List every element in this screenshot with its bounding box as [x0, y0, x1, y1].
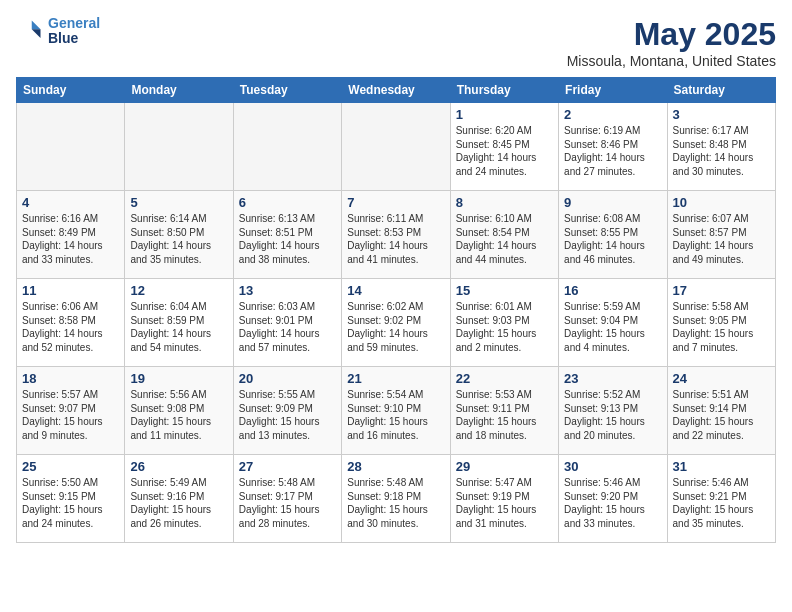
- day-number: 3: [673, 107, 770, 122]
- calendar-cell: 24Sunrise: 5:51 AM Sunset: 9:14 PM Dayli…: [667, 367, 775, 455]
- day-number: 29: [456, 459, 553, 474]
- calendar-cell: 2Sunrise: 6:19 AM Sunset: 8:46 PM Daylig…: [559, 103, 667, 191]
- day-number: 4: [22, 195, 119, 210]
- day-info: Sunrise: 5:49 AM Sunset: 9:16 PM Dayligh…: [130, 476, 227, 530]
- title-block: May 2025 Missoula, Montana, United State…: [567, 16, 776, 69]
- calendar-cell: 20Sunrise: 5:55 AM Sunset: 9:09 PM Dayli…: [233, 367, 341, 455]
- calendar-cell: 28Sunrise: 5:48 AM Sunset: 9:18 PM Dayli…: [342, 455, 450, 543]
- day-info: Sunrise: 5:54 AM Sunset: 9:10 PM Dayligh…: [347, 388, 444, 442]
- day-number: 17: [673, 283, 770, 298]
- calendar-cell: 11Sunrise: 6:06 AM Sunset: 8:58 PM Dayli…: [17, 279, 125, 367]
- day-info: Sunrise: 6:10 AM Sunset: 8:54 PM Dayligh…: [456, 212, 553, 266]
- day-number: 12: [130, 283, 227, 298]
- day-info: Sunrise: 6:20 AM Sunset: 8:45 PM Dayligh…: [456, 124, 553, 178]
- day-info: Sunrise: 5:52 AM Sunset: 9:13 PM Dayligh…: [564, 388, 661, 442]
- day-info: Sunrise: 6:11 AM Sunset: 8:53 PM Dayligh…: [347, 212, 444, 266]
- calendar-cell: 7Sunrise: 6:11 AM Sunset: 8:53 PM Daylig…: [342, 191, 450, 279]
- calendar-cell: 4Sunrise: 6:16 AM Sunset: 8:49 PM Daylig…: [17, 191, 125, 279]
- day-number: 28: [347, 459, 444, 474]
- day-number: 19: [130, 371, 227, 386]
- day-info: Sunrise: 5:48 AM Sunset: 9:17 PM Dayligh…: [239, 476, 336, 530]
- weekday-header-tuesday: Tuesday: [233, 78, 341, 103]
- svg-marker-0: [32, 21, 41, 30]
- day-number: 25: [22, 459, 119, 474]
- calendar-cell: [17, 103, 125, 191]
- day-info: Sunrise: 6:19 AM Sunset: 8:46 PM Dayligh…: [564, 124, 661, 178]
- day-info: Sunrise: 6:13 AM Sunset: 8:51 PM Dayligh…: [239, 212, 336, 266]
- calendar-cell: 14Sunrise: 6:02 AM Sunset: 9:02 PM Dayli…: [342, 279, 450, 367]
- day-info: Sunrise: 5:46 AM Sunset: 9:21 PM Dayligh…: [673, 476, 770, 530]
- page-header: General Blue May 2025 Missoula, Montana,…: [16, 16, 776, 69]
- calendar-week-5: 25Sunrise: 5:50 AM Sunset: 9:15 PM Dayli…: [17, 455, 776, 543]
- calendar-cell: 5Sunrise: 6:14 AM Sunset: 8:50 PM Daylig…: [125, 191, 233, 279]
- logo: General Blue: [16, 16, 100, 47]
- day-info: Sunrise: 5:59 AM Sunset: 9:04 PM Dayligh…: [564, 300, 661, 354]
- day-number: 10: [673, 195, 770, 210]
- calendar-cell: [125, 103, 233, 191]
- day-number: 30: [564, 459, 661, 474]
- day-number: 21: [347, 371, 444, 386]
- day-number: 18: [22, 371, 119, 386]
- day-info: Sunrise: 6:17 AM Sunset: 8:48 PM Dayligh…: [673, 124, 770, 178]
- day-info: Sunrise: 5:51 AM Sunset: 9:14 PM Dayligh…: [673, 388, 770, 442]
- calendar-cell: 9Sunrise: 6:08 AM Sunset: 8:55 PM Daylig…: [559, 191, 667, 279]
- day-info: Sunrise: 6:02 AM Sunset: 9:02 PM Dayligh…: [347, 300, 444, 354]
- day-number: 11: [22, 283, 119, 298]
- calendar-cell: 3Sunrise: 6:17 AM Sunset: 8:48 PM Daylig…: [667, 103, 775, 191]
- day-info: Sunrise: 5:47 AM Sunset: 9:19 PM Dayligh…: [456, 476, 553, 530]
- day-number: 24: [673, 371, 770, 386]
- calendar-cell: 18Sunrise: 5:57 AM Sunset: 9:07 PM Dayli…: [17, 367, 125, 455]
- day-info: Sunrise: 5:55 AM Sunset: 9:09 PM Dayligh…: [239, 388, 336, 442]
- calendar-week-3: 11Sunrise: 6:06 AM Sunset: 8:58 PM Dayli…: [17, 279, 776, 367]
- calendar-cell: 17Sunrise: 5:58 AM Sunset: 9:05 PM Dayli…: [667, 279, 775, 367]
- calendar-cell: 13Sunrise: 6:03 AM Sunset: 9:01 PM Dayli…: [233, 279, 341, 367]
- calendar-cell: [342, 103, 450, 191]
- weekday-header-thursday: Thursday: [450, 78, 558, 103]
- calendar-cell: 15Sunrise: 6:01 AM Sunset: 9:03 PM Dayli…: [450, 279, 558, 367]
- weekday-header-wednesday: Wednesday: [342, 78, 450, 103]
- day-info: Sunrise: 6:16 AM Sunset: 8:49 PM Dayligh…: [22, 212, 119, 266]
- weekday-header-friday: Friday: [559, 78, 667, 103]
- weekday-header-saturday: Saturday: [667, 78, 775, 103]
- day-number: 7: [347, 195, 444, 210]
- day-info: Sunrise: 6:07 AM Sunset: 8:57 PM Dayligh…: [673, 212, 770, 266]
- day-number: 2: [564, 107, 661, 122]
- calendar-cell: 22Sunrise: 5:53 AM Sunset: 9:11 PM Dayli…: [450, 367, 558, 455]
- day-number: 26: [130, 459, 227, 474]
- day-number: 6: [239, 195, 336, 210]
- calendar-cell: 27Sunrise: 5:48 AM Sunset: 9:17 PM Dayli…: [233, 455, 341, 543]
- day-info: Sunrise: 5:58 AM Sunset: 9:05 PM Dayligh…: [673, 300, 770, 354]
- calendar-cell: 25Sunrise: 5:50 AM Sunset: 9:15 PM Dayli…: [17, 455, 125, 543]
- calendar-cell: 31Sunrise: 5:46 AM Sunset: 9:21 PM Dayli…: [667, 455, 775, 543]
- day-info: Sunrise: 6:03 AM Sunset: 9:01 PM Dayligh…: [239, 300, 336, 354]
- day-info: Sunrise: 5:56 AM Sunset: 9:08 PM Dayligh…: [130, 388, 227, 442]
- calendar-cell: 8Sunrise: 6:10 AM Sunset: 8:54 PM Daylig…: [450, 191, 558, 279]
- day-number: 23: [564, 371, 661, 386]
- day-info: Sunrise: 6:14 AM Sunset: 8:50 PM Dayligh…: [130, 212, 227, 266]
- day-number: 27: [239, 459, 336, 474]
- calendar-cell: 1Sunrise: 6:20 AM Sunset: 8:45 PM Daylig…: [450, 103, 558, 191]
- calendar-cell: 16Sunrise: 5:59 AM Sunset: 9:04 PM Dayli…: [559, 279, 667, 367]
- calendar-week-4: 18Sunrise: 5:57 AM Sunset: 9:07 PM Dayli…: [17, 367, 776, 455]
- day-number: 1: [456, 107, 553, 122]
- day-number: 14: [347, 283, 444, 298]
- calendar-cell: 12Sunrise: 6:04 AM Sunset: 8:59 PM Dayli…: [125, 279, 233, 367]
- day-info: Sunrise: 6:08 AM Sunset: 8:55 PM Dayligh…: [564, 212, 661, 266]
- day-info: Sunrise: 6:06 AM Sunset: 8:58 PM Dayligh…: [22, 300, 119, 354]
- logo-text: General Blue: [48, 16, 100, 47]
- calendar-cell: 26Sunrise: 5:49 AM Sunset: 9:16 PM Dayli…: [125, 455, 233, 543]
- location: Missoula, Montana, United States: [567, 53, 776, 69]
- day-info: Sunrise: 5:46 AM Sunset: 9:20 PM Dayligh…: [564, 476, 661, 530]
- day-number: 13: [239, 283, 336, 298]
- weekday-header-row: SundayMondayTuesdayWednesdayThursdayFrid…: [17, 78, 776, 103]
- calendar: SundayMondayTuesdayWednesdayThursdayFrid…: [16, 77, 776, 543]
- svg-marker-1: [32, 30, 41, 39]
- day-info: Sunrise: 5:53 AM Sunset: 9:11 PM Dayligh…: [456, 388, 553, 442]
- calendar-cell: 6Sunrise: 6:13 AM Sunset: 8:51 PM Daylig…: [233, 191, 341, 279]
- calendar-cell: 21Sunrise: 5:54 AM Sunset: 9:10 PM Dayli…: [342, 367, 450, 455]
- calendar-week-2: 4Sunrise: 6:16 AM Sunset: 8:49 PM Daylig…: [17, 191, 776, 279]
- day-info: Sunrise: 5:57 AM Sunset: 9:07 PM Dayligh…: [22, 388, 119, 442]
- day-number: 8: [456, 195, 553, 210]
- calendar-cell: 30Sunrise: 5:46 AM Sunset: 9:20 PM Dayli…: [559, 455, 667, 543]
- day-number: 5: [130, 195, 227, 210]
